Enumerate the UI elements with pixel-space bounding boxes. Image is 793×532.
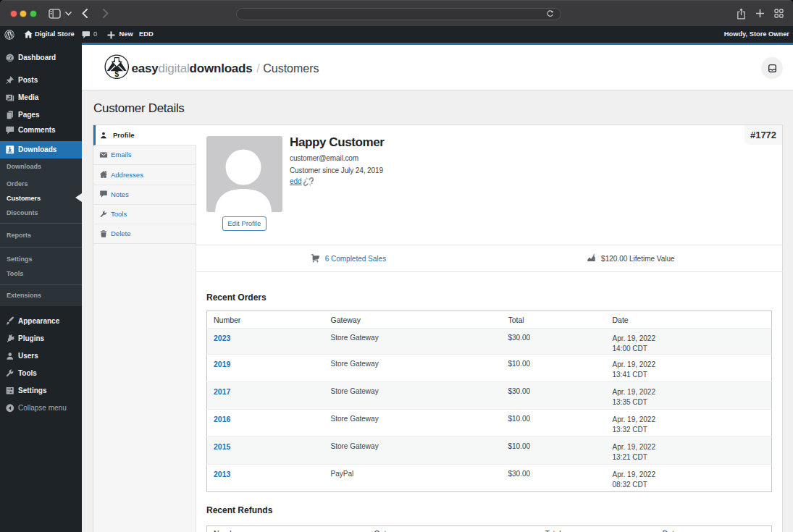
svg-text:$: $: [114, 69, 119, 78]
